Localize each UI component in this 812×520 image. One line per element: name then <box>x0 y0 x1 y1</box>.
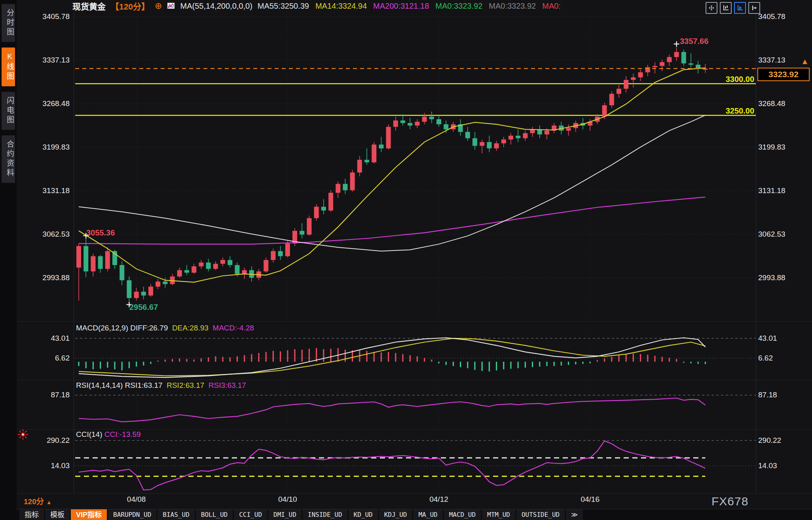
x-axis-label: 04/16 <box>574 495 606 503</box>
bottom-tab-KDJ_UD[interactable]: KDJ_UD <box>379 509 412 520</box>
y-axis-label-left: 3405.78 <box>17 13 70 21</box>
chart-toolbar <box>706 2 760 14</box>
sidebar-tab-time-chart[interactable]: 分时图 <box>2 4 15 42</box>
cci-header: CCI(14) CCI:-13.59 <box>76 430 141 439</box>
ma-value-4: MA0:3323.92 <box>489 2 536 11</box>
bottom-tab-INSIDE_UD[interactable]: INSIDE_UD <box>303 509 347 520</box>
bottom-tab-MACD_UD[interactable]: MACD_UD <box>444 509 481 520</box>
bottom-tab-VIP指标[interactable]: VIP指标 <box>71 509 107 520</box>
macd-axis-label-left: 43.01 <box>17 334 70 342</box>
bottom-tab-MA_UD[interactable]: MA_UD <box>413 509 442 520</box>
cci-axis-label-left: 14.03 <box>17 462 70 470</box>
rsi-axis-label-left: 87.18 <box>17 391 70 399</box>
macd-axis-label-right: 43.01 <box>758 334 777 342</box>
ma-value-2: MA200:3121.18 <box>373 2 429 11</box>
y-axis-label-left: 3268.48 <box>17 100 70 108</box>
rsi2-value: RSI2:63.17 <box>167 381 204 389</box>
mini-chart-icon <box>167 2 175 9</box>
last-price-value: 3323.92 <box>768 70 799 79</box>
bottom-tab-模板[interactable]: 模板 <box>45 509 70 520</box>
x-axis-row: 04/0804/1004/1204/16 <box>17 493 812 509</box>
chevron-up-icon: ▲ <box>46 499 52 505</box>
macd-dea-value: DEA:28.93 <box>172 324 209 332</box>
y-axis-label-right: 2993.88 <box>758 274 785 282</box>
y-axis-label-right: 3268.48 <box>758 100 785 108</box>
y-axis-label-left: 2993.88 <box>17 274 70 282</box>
sidebar: 分时图K线图闪电图合约资料 <box>0 0 17 520</box>
panel-divider <box>17 380 812 380</box>
x-axis-label: 04/12 <box>423 495 455 503</box>
sidebar-tab-kline-chart[interactable]: K线图 <box>2 47 15 86</box>
axis-play-icon[interactable] <box>734 2 746 14</box>
sidebar-tab-contract-info[interactable]: 合约资料 <box>2 135 15 183</box>
rsi-title: RSI(14,14,14) <box>76 381 123 389</box>
cci-title: CCI(14) <box>76 430 102 438</box>
high-price-label: 3357.66 <box>680 37 708 46</box>
trading-app: 分时图K线图闪电图合约资料 现货黄金 【120分】 ⊕ MA(55,14,200… <box>0 0 812 520</box>
axis-candle-icon[interactable] <box>720 2 732 14</box>
candlestick-chart[interactable] <box>0 0 812 520</box>
y-axis-label-right: 3199.83 <box>758 143 785 151</box>
bottom-tab-BIAS_UD[interactable]: BIAS_UD <box>157 509 194 520</box>
y-axis-label-right: 3062.53 <box>758 230 785 238</box>
bottom-tab-KD_UD[interactable]: KD_UD <box>349 509 378 520</box>
y-axis-label-right: 3131.18 <box>758 187 785 195</box>
sidebar-tab-flash-chart[interactable]: 闪电图 <box>2 92 15 130</box>
left-axis-border <box>74 12 74 493</box>
bottom-tab-MTM_UD[interactable]: MTM_UD <box>482 509 515 520</box>
bottom-tab-BOLL_UD[interactable]: BOLL_UD <box>196 509 233 520</box>
period-selector[interactable]: 120分▲ <box>24 495 52 506</box>
indicator-tabbar: 指标模板VIP指标BARUPDN_UDBIAS_UDBOLL_UDCCI_UDD… <box>17 509 812 520</box>
pan-tool-icon[interactable] <box>706 2 717 14</box>
resistance-level-label: 3300.00 <box>700 75 754 84</box>
y-axis-label-left: 3337.13 <box>17 56 70 64</box>
bottom-tab-BARUPDN_UD[interactable]: BARUPDN_UD <box>108 509 156 520</box>
period-badge[interactable]: 【120分】 <box>111 0 150 12</box>
y-axis-label-left: 3131.18 <box>17 187 70 195</box>
bottom-tab-CCI_UD[interactable]: CCI_UD <box>234 509 267 520</box>
last-price-box: 3323.92 <box>757 68 810 81</box>
ma-value-5: MA0: <box>542 2 561 11</box>
bottom-tab-OUTSIDE_UD[interactable]: OUTSIDE_UD <box>516 509 565 520</box>
symbol-title: 现货黄金 <box>72 0 106 12</box>
rsi1-value: RSI1:63.17 <box>125 381 163 389</box>
macd-value: MACD:-4.28 <box>212 324 254 332</box>
rsi-header: RSI(14,14,14) RSI1:63.17 RSI2:63.17 RSI3… <box>76 381 246 390</box>
watermark: FX678 <box>711 495 748 508</box>
x-axis-label: 04/08 <box>121 495 152 503</box>
macd-axis-label-left: 6.62 <box>17 354 70 362</box>
panel-divider <box>17 321 812 322</box>
cci-axis-label-right: 14.03 <box>758 462 777 470</box>
ma-value-3: MA0:3323.92 <box>435 2 482 11</box>
y-axis-label-left: 3062.53 <box>17 230 70 238</box>
panel-divider <box>17 429 812 430</box>
x-axis-label: 04/10 <box>272 495 304 503</box>
ma-value-1: MA14:3324.94 <box>315 2 367 11</box>
topbar: 现货黄金 【120分】 ⊕ MA(55,14,200,0,0,0) MA55:3… <box>17 0 812 12</box>
rsi3-value: RSI3:63.17 <box>209 381 246 389</box>
add-indicator-icon[interactable]: ⊕ <box>155 2 162 10</box>
macd-title: MACD(26,12,9) <box>76 324 128 332</box>
rsi-axis-label-right: 87.18 <box>758 391 777 399</box>
bottom-tab-≫[interactable]: ≫ <box>566 509 583 520</box>
y-axis-label-right: 3405.78 <box>758 13 785 21</box>
y-axis-label-right: 3337.13 <box>758 56 785 64</box>
support-level-label: 3250.00 <box>700 106 754 116</box>
bottom-tab-DMI_UD[interactable]: DMI_UD <box>268 509 302 520</box>
price-up-arrow-icon: ▲ <box>801 57 809 66</box>
early-high-price-label: 3055.36 <box>86 228 115 237</box>
macd-diff-value: DIFF:26.79 <box>130 324 168 332</box>
y-axis-label-left: 3199.83 <box>17 143 70 151</box>
alert-icon[interactable] <box>17 429 28 442</box>
bottom-tab-指标[interactable]: 指标 <box>19 509 44 520</box>
ma-value-0: MA55:3250.39 <box>258 2 309 11</box>
ma-values: MA55:3250.39MA14:3324.94MA200:3121.18MA0… <box>258 2 561 11</box>
period-selector-label: 120分 <box>24 497 44 506</box>
cci-axis-label-right: 290.22 <box>758 436 781 444</box>
low-price-label: 2956.67 <box>129 303 158 312</box>
cci-value: CCI:-13.59 <box>104 430 141 438</box>
ma-settings-label: MA(55,14,200,0,0,0) <box>180 2 252 11</box>
macd-header: MACD(26,12,9) DIFF:26.79 DEA:28.93 MACD:… <box>76 324 254 332</box>
macd-axis-label-right: 6.62 <box>758 354 773 362</box>
right-axis-border <box>756 12 756 493</box>
